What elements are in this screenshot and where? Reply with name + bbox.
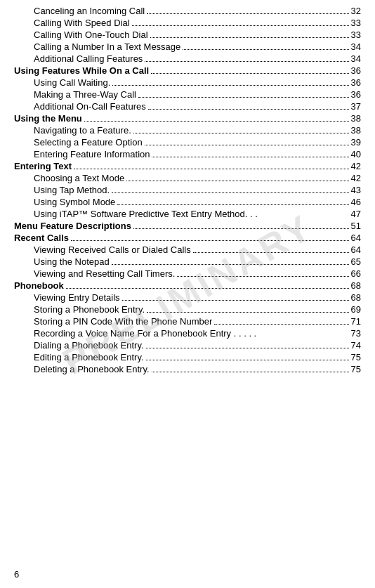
toc-page: 38 (351, 125, 361, 136)
toc-page: 75 (351, 352, 361, 362)
toc-dots (84, 121, 349, 122)
toc-label: Using the Menu (14, 113, 82, 124)
toc-row: Navigating to a Feature.38 (14, 125, 361, 136)
toc-page: 34 (351, 41, 361, 52)
toc-label: Using the Notepad (14, 256, 110, 267)
toc-label: Calling With Speed Dial (14, 18, 130, 28)
toc-row: Using Features While On a Call36 (14, 65, 361, 76)
toc-label: Menu Feature Descriptions (14, 221, 131, 231)
toc-page: 51 (351, 221, 361, 231)
toc-dots (152, 157, 348, 157)
toc-label: Phonebook (14, 280, 64, 291)
toc-page: 64 (351, 244, 361, 255)
toc-page: 74 (351, 340, 361, 351)
toc-label: Viewing and Resetting Call Timers. (14, 268, 175, 279)
toc-row: Dialing a Phonebook Entry.74 (14, 340, 361, 351)
toc-page: 33 (351, 18, 361, 28)
toc-label: Choosing a Text Mode (14, 173, 124, 183)
toc-dots (112, 192, 348, 193)
toc-row: Menu Feature Descriptions51 (14, 221, 361, 231)
toc-label: Calling With One-Touch Dial (14, 30, 148, 40)
toc-page: 40 (351, 149, 361, 159)
toc-dots (183, 49, 348, 50)
toc-row: Calling a Number In a Text Message34 (14, 41, 361, 52)
toc-page: 75 (351, 364, 361, 374)
toc-label: Additional On-Call Features (14, 101, 146, 112)
toc-dots (214, 324, 348, 325)
toc-label: Recent Calls (14, 233, 69, 243)
toc-row: Storing a Phonebook Entry.69 (14, 304, 361, 315)
toc-label: Selecting a Feature Option (14, 137, 143, 148)
toc-page: 42 (351, 161, 361, 171)
toc-page: 32 (351, 6, 361, 16)
toc-row: Additional On-Call Features37 (14, 101, 361, 112)
toc-row: Selecting a Feature Option39 (14, 137, 361, 148)
toc-row: Entering Text42 (14, 161, 361, 171)
toc-page: 65 (351, 256, 361, 267)
toc-label: Calling a Number In a Text Message (14, 41, 180, 52)
toc-page: 33 (351, 30, 361, 40)
toc-row: Recording a Voice Name For a Phonebook E… (14, 328, 361, 339)
toc-dots (133, 228, 349, 229)
toc-page: 73 (351, 328, 361, 339)
toc-dots (147, 312, 349, 313)
toc-dots (152, 372, 349, 372)
toc-dots (133, 133, 349, 133)
toc-dots (145, 145, 349, 145)
toc-row: Using Call Waiting.36 (14, 77, 361, 88)
toc-dots (151, 73, 348, 74)
toc-label: Navigating to a Feature. (14, 125, 131, 136)
toc-row: Deleting a Phonebook Entry.75 (14, 364, 361, 374)
toc-dots (66, 288, 349, 289)
toc-row: Using Tap Method.43 (14, 185, 361, 195)
toc-page: 43 (351, 185, 361, 195)
toc-entries: Canceling an Incoming Call32Calling With… (14, 6, 361, 374)
toc-dots (150, 37, 349, 38)
toc-page: 36 (351, 89, 361, 100)
toc-page: 34 (351, 53, 361, 64)
toc-row: Viewing Entry Details68 (14, 292, 361, 303)
toc-dots (177, 276, 348, 277)
toc-label: Using Tap Method. (14, 185, 110, 195)
toc-row: Using the Notepad65 (14, 256, 361, 267)
toc-row: Phonebook68 (14, 280, 361, 291)
toc-row: Using iTAP™ Software Predictive Text Ent… (14, 209, 361, 219)
toc-label: Using iTAP™ Software Predictive Text Ent… (14, 209, 258, 219)
toc-page: 68 (351, 280, 361, 291)
toc-label: Entering Feature Information (14, 149, 150, 159)
toc-dots (74, 169, 348, 169)
toc-row: Additional Calling Features34 (14, 53, 361, 64)
toc-page: 66 (351, 268, 361, 279)
toc-page: 36 (351, 77, 361, 88)
toc-row: Calling With Speed Dial33 (14, 18, 361, 28)
toc-row: Canceling an Incoming Call32 (14, 6, 361, 16)
toc-page: 47 (351, 209, 361, 219)
toc-dots (112, 85, 348, 86)
toc-row: Viewing Received Calls or Dialed Calls64 (14, 244, 361, 255)
toc-dots (146, 348, 349, 348)
toc-label: Using Features While On a Call (14, 65, 149, 76)
page-container: PRELIMINARY Canceling an Incoming Call32… (0, 0, 375, 588)
toc-row: Viewing and Resetting Call Timers.66 (14, 268, 361, 279)
toc-dots (71, 240, 348, 241)
toc-label: Canceling an Incoming Call (14, 6, 145, 16)
toc-label: Storing a PIN Code With the Phone Number (14, 316, 212, 327)
toc-label: Deleting a Phonebook Entry. (14, 364, 150, 374)
toc-label: Viewing Received Calls or Dialed Calls (14, 244, 191, 255)
page-number: 6 (14, 569, 19, 580)
toc-label: Using Call Waiting. (14, 77, 110, 88)
toc-page: 71 (351, 316, 361, 327)
toc-label: Editing a Phonebook Entry. (14, 352, 144, 362)
toc-label: Dialing a Phonebook Entry. (14, 340, 144, 351)
toc-dots (117, 204, 348, 205)
toc-dots (148, 109, 349, 110)
toc-dots (126, 181, 348, 181)
toc-label: Recording a Voice Name For a Phonebook E… (14, 328, 256, 339)
toc-row: Calling With One-Touch Dial33 (14, 30, 361, 40)
toc-page: 39 (351, 137, 361, 148)
toc-dots (146, 360, 349, 360)
toc-page: 64 (351, 233, 361, 243)
toc-dots (138, 97, 349, 98)
toc-page: 38 (351, 113, 361, 124)
toc-label: Making a Three-Way Call (14, 89, 136, 100)
